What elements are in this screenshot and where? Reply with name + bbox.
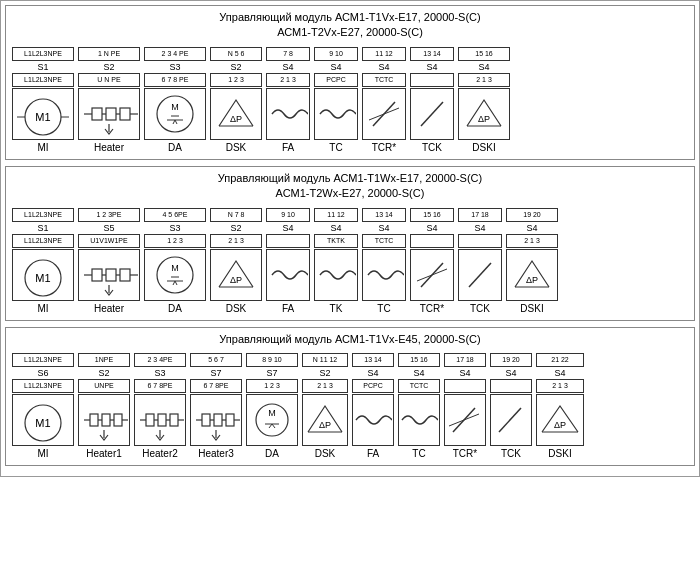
mod-label-heater1-3: Heater1 [86, 448, 122, 459]
svg-rect-7 [106, 108, 116, 120]
svg-text:ΔP: ΔP [554, 420, 566, 430]
svg-rect-65 [214, 414, 222, 426]
heater2-symbol [136, 396, 184, 444]
svg-text:ΔP: ΔP [230, 114, 242, 124]
terminal-bot-dski3: 2 1 3 [536, 379, 584, 393]
section1: Управляющий модуль АСМ1-T1Vx-E17, 20000-… [5, 5, 695, 160]
module-dsk-3: N 11 12 S2 2 1 3 ΔP DSK [302, 353, 348, 459]
svg-line-20 [421, 102, 443, 126]
terminal-bot-h1-3: UNPE [78, 379, 130, 393]
terminal-top-tck2: 17 18 [458, 208, 502, 222]
module-heater2-3: 2 3 4PE S3 6 7 8PE [134, 353, 186, 459]
fa-symbol-2 [268, 251, 308, 299]
module-row-2: L1L2L3NPE S1 L1L2L3NPE M1 MI 1 2 3PE [12, 208, 688, 314]
terminal-top-da3: 8 9 10 [246, 353, 298, 367]
motor-symbol-3: M1 [17, 396, 69, 444]
module-tk-2: 11 12 S4 TKTK TK [314, 208, 358, 314]
terminal-top-tc3: 15 16 [398, 353, 440, 367]
symbol-fa3 [352, 394, 394, 446]
svg-line-76 [449, 414, 479, 426]
symbol-heater2 [78, 249, 140, 301]
mod-label-tc2: TC [377, 303, 390, 314]
module-mi-3: L1L2L3NPE S6 L1L2L3NPE M1 MI [12, 353, 74, 459]
terminal-bot-tck3 [490, 379, 532, 393]
module-fa-1: 7 8 S4 2 1 3 FA [266, 47, 310, 153]
terminal-bot-dsk2: 2 1 3 [210, 234, 262, 248]
mod-label-tck2: TCK [470, 303, 490, 314]
svg-text:ΔP: ΔP [478, 114, 490, 124]
terminal-bot-h2: U1V1W1PE [78, 234, 140, 248]
switch-h2: S5 [103, 223, 114, 233]
symbol-dski1: ΔP [458, 88, 510, 140]
svg-rect-30 [120, 269, 130, 281]
tc-symbol-2 [364, 251, 404, 299]
terminal-top-tc2: 13 14 [362, 208, 406, 222]
terminal-bot-tc2: TCTC [362, 234, 406, 248]
module-tcr-3: 17 18 S4 TCR* [444, 353, 486, 459]
svg-text:ΔP: ΔP [319, 420, 331, 430]
heater-symbol [80, 90, 138, 138]
terminal-bot-tck1-empty [410, 73, 454, 87]
terminal-top-mi1: L1L2L3NPE [12, 47, 74, 61]
tc-symbol [316, 90, 356, 138]
terminal-top-h2-3: 2 3 4PE [134, 353, 186, 367]
da-symbol-3: M [249, 396, 295, 444]
module-da-1: 2 3 4 PE S3 6 7 8 PE M DA [144, 47, 206, 153]
symbol-da2: M [144, 249, 206, 301]
module-fa-3: 13 14 S4 PCPC FA [352, 353, 394, 459]
terminal-bot-da3: 1 2 3 [246, 379, 298, 393]
symbol-mi1: M1 [12, 88, 74, 140]
symbol-tcr1 [362, 88, 406, 140]
mod-label-tck3: TCK [501, 448, 521, 459]
module-row-1: L1L2L3NPE S1 L1L2L3NPE M1 MI [12, 47, 688, 153]
terminal-top-tc1: 9 10 [314, 47, 358, 61]
tk-symbol [316, 251, 356, 299]
terminal-bot-h3-3: 6 7 8PE [190, 379, 242, 393]
svg-rect-5 [92, 108, 102, 120]
motor-symbol-2: M1 [17, 251, 69, 299]
fa-symbol [268, 90, 308, 138]
svg-rect-63 [202, 414, 210, 426]
switch-tcr2: S4 [426, 223, 437, 233]
mod-label-mi2: MI [37, 303, 48, 314]
symbol-tck3 [490, 394, 532, 446]
svg-rect-57 [158, 414, 166, 426]
module-dsk-1: N 5 6 S2 1 2 3 ΔP DSK [210, 47, 262, 153]
tcr-symbol [365, 90, 403, 138]
switch-h1-3: S2 [98, 368, 109, 378]
mod-label-heater2-3: Heater2 [142, 448, 178, 459]
symbol-mi3: M1 [12, 394, 74, 446]
svg-rect-28 [106, 269, 116, 281]
svg-rect-47 [90, 414, 98, 426]
dski-symbol-3: ΔP [538, 396, 582, 444]
svg-text:M1: M1 [35, 111, 50, 123]
module-tc-2: 13 14 S4 TCTC TC [362, 208, 406, 314]
da-symbol-2: M [149, 251, 201, 299]
section3-title: Управляющий модуль АСМ1-T1Vx-E45, 20000-… [12, 332, 688, 347]
terminal-top-dsk2: N 7 8 [210, 208, 262, 222]
terminal-bot-dsk1: 1 2 3 [210, 73, 262, 87]
terminal-bot-tc3: TCTC [398, 379, 440, 393]
switch-mi2: S1 [37, 223, 48, 233]
module-dsk-2: N 7 8 S2 2 1 3 ΔP DSK [210, 208, 262, 314]
switch-dsk1: S2 [230, 62, 241, 72]
mod-label-tck1: TCK [422, 142, 442, 153]
dski-symbol-2: ΔP [509, 251, 555, 299]
terminal-top-dski3: 21 22 [536, 353, 584, 367]
terminal-bot-tcr1: TCTC [362, 73, 406, 87]
symbol-tc3 [398, 394, 440, 446]
terminal-top-h1: 1 N PE [78, 47, 140, 61]
terminal-bot-dski1: 2 1 3 [458, 73, 510, 87]
module-dski-2: 19 20 S4 2 1 3 ΔP DSKI [506, 208, 558, 314]
symbol-heater2-3 [134, 394, 186, 446]
tcr-symbol-3 [447, 396, 483, 444]
terminal-bot-h1: U N PE [78, 73, 140, 87]
switch-dsk2: S2 [230, 223, 241, 233]
svg-rect-49 [102, 414, 110, 426]
terminal-bot-fa3: PCPC [352, 379, 394, 393]
terminal-top-fa3: 13 14 [352, 353, 394, 367]
module-da-3: 8 9 10 S7 1 2 3 M DA [246, 353, 298, 459]
switch-mi1: S1 [37, 62, 48, 72]
mod-label-fa1: FA [282, 142, 294, 153]
module-tck-3: 19 20 S4 TCK [490, 353, 532, 459]
